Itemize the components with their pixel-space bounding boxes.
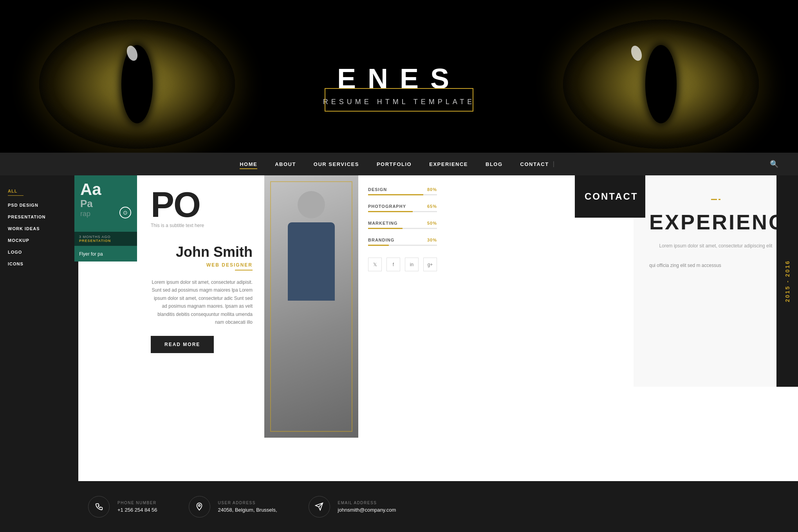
nav-item-experience[interactable]: EXPERIENCE [429, 161, 468, 167]
year-range: 2015 - 2016 [784, 260, 791, 302]
portfolio-thumbnail: Aa Pa rap 3 MONTHS AGO PRESENTATION Flye… [74, 175, 137, 261]
nav-item-portfolio[interactable]: PORTFOLIO [377, 161, 412, 167]
content-area: ALL PSD DESIGN PRESENTATION WORK IDEAS M… [0, 175, 798, 532]
search-icon[interactable]: 🔍 [770, 160, 778, 168]
address-value: 24058, Belgium, Brussels, [218, 507, 277, 513]
experience-subtitle: Lorem ipsum dolor sit amet, consectetur … [649, 242, 782, 250]
nav-item-about[interactable]: ABOUT [275, 161, 296, 167]
portfolio-filter: ALL PSD DESIGN PRESENTATION WORK IDEAS M… [8, 187, 70, 266]
filter-mockup[interactable]: MOCKUP [8, 238, 70, 243]
experience-panel: EXPERIENCE Lorem ipsum dolor sit amet, c… [634, 175, 798, 387]
google-plus-icon[interactable]: g+ [423, 258, 437, 271]
location-icon [189, 496, 210, 518]
role-underline [235, 270, 253, 271]
email-value: johnsmith@company.com [338, 507, 396, 513]
portfolio-sidebar: ALL PSD DESIGN PRESENTATION WORK IDEAS M… [0, 175, 78, 532]
facebook-icon[interactable]: f [386, 258, 400, 271]
thumb-title: Flyer for pa [79, 251, 103, 257]
address-label: USER ADDRESS [218, 501, 277, 505]
hero-text: ENES RESUME HTML TEMPLATE [0, 0, 798, 168]
contact-overlay-label: CONTACT [585, 191, 638, 202]
nav-item-contact[interactable]: CONTACT [520, 161, 549, 167]
contact-footer-bar: PHONE NUMBER +1 256 254 84 56 USER ADDRE… [72, 481, 798, 532]
phone-value: +1 256 254 84 56 [117, 507, 157, 513]
filter-logo[interactable]: LOGO [8, 250, 70, 254]
read-more-button[interactable]: READ MORE [151, 336, 214, 353]
nav-item-services[interactable]: OUR SERVICES [314, 161, 359, 167]
skill-marketing: MARKETING 50% [368, 221, 437, 229]
twitter-icon[interactable]: 𝕏 [368, 258, 382, 271]
filter-presentation[interactable]: PRESENTATION [8, 215, 70, 219]
experience-title: EXPERIENCE [649, 210, 782, 234]
nav-item-blog[interactable]: BLOG [486, 161, 503, 167]
filter-work-ideas[interactable]: WORK IDEAS [8, 226, 70, 231]
section-title-large: PO [151, 189, 253, 221]
contact-phone: PHONE NUMBER +1 256 254 84 56 [88, 496, 157, 518]
linkedin-icon[interactable]: in [405, 258, 419, 271]
phone-label: PHONE NUMBER [117, 501, 157, 505]
thumb-date: 3 MONTHS AGO [79, 235, 132, 239]
email-label: EMAIL ADDRESS [338, 501, 396, 505]
thumb-category: PRESENTATION [79, 239, 132, 243]
person-name: John Smith [151, 244, 253, 260]
person-role: WEB DESIGNER [151, 262, 253, 268]
experience-body: qui officia zing elit sed m accessus [649, 261, 782, 270]
filter-icons[interactable]: ICONS [8, 261, 70, 266]
email-icon [309, 496, 330, 518]
hero-section: ENES RESUME HTML TEMPLATE [0, 0, 798, 168]
skill-design: DESIGN 80% [368, 187, 437, 195]
social-icons: 𝕏 f in g+ [368, 258, 437, 271]
hero-frame-decoration [325, 88, 473, 112]
contact-address: USER ADDRESS 24058, Belgium, Brussels, [189, 496, 277, 518]
section-subtitle: This is a subtitle text here [151, 223, 253, 228]
skill-branding: BRANDING 30% [368, 238, 437, 246]
filter-all[interactable]: ALL [8, 187, 70, 196]
about-section: PO This is a subtitle text here John Smi… [139, 175, 437, 438]
nav-divider: | [553, 161, 554, 168]
contact-email: EMAIL ADDRESS johnsmith@company.com [309, 496, 396, 518]
skills-col: DESIGN 80% PHOTOGRAPHY 65% MARKE [358, 175, 447, 438]
skill-photography: PHOTOGRAPHY 65% [368, 204, 437, 212]
nav-item-home[interactable]: HOME [240, 161, 257, 167]
about-text-col: PO This is a subtitle text here John Smi… [139, 175, 264, 438]
person-photo-area [264, 175, 358, 438]
navbar: HOME ABOUT OUR SERVICES PORTFOLIO EXPERI… [0, 153, 798, 175]
about-body-text: Lorem ipsum dolor sit amet, consectetur … [151, 278, 253, 326]
photo-frame [270, 181, 352, 432]
phone-icon [88, 496, 110, 518]
filter-psd[interactable]: PSD DESIGN [8, 203, 70, 207]
svg-point-0 [199, 505, 200, 507]
nav-items: HOME ABOUT OUR SERVICES PORTFOLIO EXPERI… [240, 161, 549, 167]
contact-overlay-box[interactable]: CONTACT [575, 175, 645, 218]
year-bar: 2015 - 2016 [776, 175, 798, 387]
main-content: HOME ABOUT OUR SERVICES PORTFOLIO EXPERI… [0, 153, 798, 532]
